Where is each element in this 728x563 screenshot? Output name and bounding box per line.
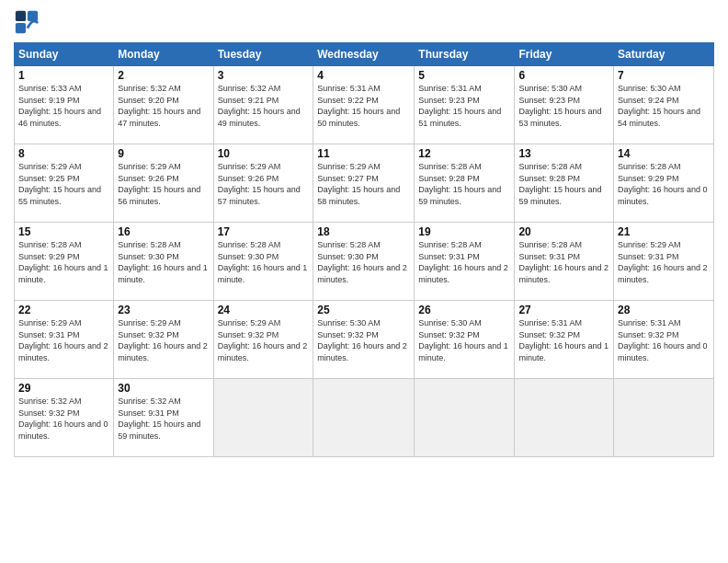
day-info: Sunrise: 5:29 AMSunset: 9:32 PMDaylight:… xyxy=(218,318,308,362)
day-number: 4 xyxy=(317,69,410,82)
day-number: 24 xyxy=(218,304,310,316)
day-cell-23: 23 Sunrise: 5:29 AMSunset: 9:32 PMDaylig… xyxy=(114,301,213,379)
day-number: 2 xyxy=(118,69,209,82)
day-info: Sunrise: 5:28 AMSunset: 9:30 PMDaylight:… xyxy=(118,240,208,284)
day-number: 8 xyxy=(18,147,109,160)
day-cell-1: 1 Sunrise: 5:33 AMSunset: 9:19 PMDayligh… xyxy=(15,66,114,144)
day-info: Sunrise: 5:31 AMSunset: 9:32 PMDaylight:… xyxy=(518,318,609,362)
day-info: Sunrise: 5:29 AMSunset: 9:25 PMDaylight:… xyxy=(18,162,101,206)
day-number: 17 xyxy=(218,225,310,238)
day-number: 1 xyxy=(18,69,109,82)
calendar-row-4: 22 Sunrise: 5:29 AMSunset: 9:31 PMDaylig… xyxy=(15,301,714,379)
empty-cell xyxy=(313,379,415,457)
day-number: 5 xyxy=(418,69,510,82)
day-cell-9: 9 Sunrise: 5:29 AMSunset: 9:26 PMDayligh… xyxy=(114,144,213,223)
header-monday: Monday xyxy=(114,43,213,66)
day-cell-5: 5 Sunrise: 5:31 AMSunset: 9:23 PMDayligh… xyxy=(415,66,515,144)
day-number: 3 xyxy=(218,69,310,82)
day-cell-15: 15 Sunrise: 5:28 AMSunset: 9:29 PMDaylig… xyxy=(15,223,114,301)
calendar-row-3: 15 Sunrise: 5:28 AMSunset: 9:29 PMDaylig… xyxy=(15,223,714,301)
day-info: Sunrise: 5:31 AMSunset: 9:32 PMDaylight:… xyxy=(618,318,708,362)
day-number: 10 xyxy=(218,147,310,160)
day-number: 12 xyxy=(418,147,510,160)
day-cell-26: 26 Sunrise: 5:30 AMSunset: 9:32 PMDaylig… xyxy=(415,301,515,379)
day-info: Sunrise: 5:30 AMSunset: 9:24 PMDaylight:… xyxy=(618,84,700,128)
calendar-row-2: 8 Sunrise: 5:29 AMSunset: 9:25 PMDayligh… xyxy=(15,144,714,223)
header-saturday: Saturday xyxy=(614,43,714,66)
empty-cell xyxy=(614,379,714,457)
day-info: Sunrise: 5:29 AMSunset: 9:31 PMDaylight:… xyxy=(618,240,708,284)
day-number: 30 xyxy=(118,382,209,395)
calendar-row-5: 29 Sunrise: 5:32 AMSunset: 9:32 PMDaylig… xyxy=(15,379,714,457)
day-number: 26 xyxy=(418,304,510,316)
day-cell-30: 30 Sunrise: 5:32 AMSunset: 9:31 PMDaylig… xyxy=(114,379,213,457)
weekday-header-row: Sunday Monday Tuesday Wednesday Thursday… xyxy=(15,43,714,66)
day-number: 15 xyxy=(18,225,109,238)
day-cell-2: 2 Sunrise: 5:32 AMSunset: 9:20 PMDayligh… xyxy=(114,66,213,144)
empty-cell xyxy=(213,379,313,457)
day-info: Sunrise: 5:32 AMSunset: 9:32 PMDaylight:… xyxy=(18,396,108,441)
day-cell-13: 13 Sunrise: 5:28 AMSunset: 9:28 PMDaylig… xyxy=(515,144,614,223)
day-cell-21: 21 Sunrise: 5:29 AMSunset: 9:31 PMDaylig… xyxy=(614,223,714,301)
day-cell-11: 11 Sunrise: 5:29 AMSunset: 9:27 PMDaylig… xyxy=(313,144,415,223)
logo xyxy=(14,9,41,35)
day-number: 29 xyxy=(18,382,109,395)
day-cell-17: 17 Sunrise: 5:28 AMSunset: 9:30 PMDaylig… xyxy=(213,223,313,301)
day-number: 19 xyxy=(418,225,510,238)
day-info: Sunrise: 5:30 AMSunset: 9:32 PMDaylight:… xyxy=(317,318,407,362)
day-cell-19: 19 Sunrise: 5:28 AMSunset: 9:31 PMDaylig… xyxy=(415,223,515,301)
day-info: Sunrise: 5:32 AMSunset: 9:21 PMDaylight:… xyxy=(218,84,301,128)
day-info: Sunrise: 5:28 AMSunset: 9:30 PMDaylight:… xyxy=(218,240,308,284)
svg-rect-0 xyxy=(16,11,26,21)
day-info: Sunrise: 5:29 AMSunset: 9:27 PMDaylight:… xyxy=(317,162,400,206)
day-number: 7 xyxy=(618,69,710,82)
day-number: 22 xyxy=(18,304,109,316)
day-cell-29: 29 Sunrise: 5:32 AMSunset: 9:32 PMDaylig… xyxy=(15,379,114,457)
day-number: 25 xyxy=(317,304,410,316)
day-cell-3: 3 Sunrise: 5:32 AMSunset: 9:21 PMDayligh… xyxy=(213,66,313,144)
day-cell-25: 25 Sunrise: 5:30 AMSunset: 9:32 PMDaylig… xyxy=(313,301,415,379)
day-info: Sunrise: 5:29 AMSunset: 9:26 PMDaylight:… xyxy=(218,162,301,206)
day-number: 20 xyxy=(518,225,609,238)
day-cell-7: 7 Sunrise: 5:30 AMSunset: 9:24 PMDayligh… xyxy=(614,66,714,144)
header-thursday: Thursday xyxy=(415,43,515,66)
day-number: 13 xyxy=(518,147,609,160)
day-info: Sunrise: 5:31 AMSunset: 9:22 PMDaylight:… xyxy=(317,84,400,128)
day-info: Sunrise: 5:28 AMSunset: 9:29 PMDaylight:… xyxy=(618,162,708,206)
day-cell-10: 10 Sunrise: 5:29 AMSunset: 9:26 PMDaylig… xyxy=(213,144,313,223)
header-wednesday: Wednesday xyxy=(313,43,415,66)
day-info: Sunrise: 5:29 AMSunset: 9:32 PMDaylight:… xyxy=(118,318,208,362)
day-number: 16 xyxy=(118,225,209,238)
day-cell-22: 22 Sunrise: 5:29 AMSunset: 9:31 PMDaylig… xyxy=(15,301,114,379)
day-info: Sunrise: 5:30 AMSunset: 9:32 PMDaylight:… xyxy=(418,318,508,362)
day-number: 28 xyxy=(618,304,710,316)
day-cell-18: 18 Sunrise: 5:28 AMSunset: 9:30 PMDaylig… xyxy=(313,223,415,301)
svg-rect-1 xyxy=(28,11,38,21)
day-number: 21 xyxy=(618,225,710,238)
page: Sunday Monday Tuesday Wednesday Thursday… xyxy=(0,0,728,563)
day-info: Sunrise: 5:33 AMSunset: 9:19 PMDaylight:… xyxy=(18,84,101,128)
day-cell-4: 4 Sunrise: 5:31 AMSunset: 9:22 PMDayligh… xyxy=(313,66,415,144)
day-cell-12: 12 Sunrise: 5:28 AMSunset: 9:28 PMDaylig… xyxy=(415,144,515,223)
day-number: 9 xyxy=(118,147,209,160)
svg-rect-2 xyxy=(16,23,26,33)
day-info: Sunrise: 5:30 AMSunset: 9:23 PMDaylight:… xyxy=(518,84,601,128)
day-info: Sunrise: 5:28 AMSunset: 9:31 PMDaylight:… xyxy=(518,240,609,284)
day-number: 6 xyxy=(518,69,609,82)
header xyxy=(14,9,714,35)
calendar-row-1: 1 Sunrise: 5:33 AMSunset: 9:19 PMDayligh… xyxy=(15,66,714,144)
day-cell-27: 27 Sunrise: 5:31 AMSunset: 9:32 PMDaylig… xyxy=(515,301,614,379)
day-cell-16: 16 Sunrise: 5:28 AMSunset: 9:30 PMDaylig… xyxy=(114,223,213,301)
header-sunday: Sunday xyxy=(15,43,114,66)
day-info: Sunrise: 5:28 AMSunset: 9:30 PMDaylight:… xyxy=(317,240,407,284)
day-number: 14 xyxy=(618,147,710,160)
day-info: Sunrise: 5:29 AMSunset: 9:26 PMDaylight:… xyxy=(118,162,200,206)
empty-cell xyxy=(415,379,515,457)
calendar: Sunday Monday Tuesday Wednesday Thursday… xyxy=(14,42,714,457)
day-info: Sunrise: 5:28 AMSunset: 9:28 PMDaylight:… xyxy=(518,162,601,206)
header-friday: Friday xyxy=(515,43,614,66)
day-info: Sunrise: 5:28 AMSunset: 9:29 PMDaylight:… xyxy=(18,240,108,284)
day-info: Sunrise: 5:29 AMSunset: 9:31 PMDaylight:… xyxy=(18,318,108,362)
day-cell-14: 14 Sunrise: 5:28 AMSunset: 9:29 PMDaylig… xyxy=(614,144,714,223)
day-cell-8: 8 Sunrise: 5:29 AMSunset: 9:25 PMDayligh… xyxy=(15,144,114,223)
